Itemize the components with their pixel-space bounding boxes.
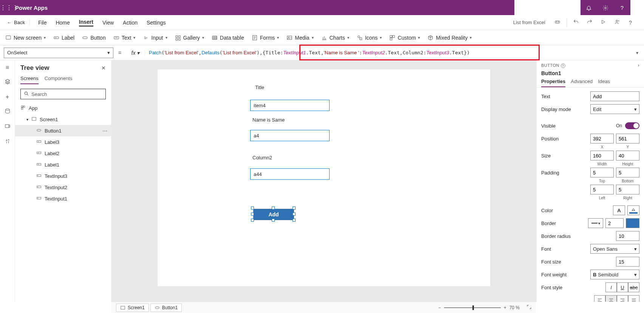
prop-radius-input[interactable] <box>616 231 639 241</box>
tab-advanced[interactable]: Advanced <box>571 79 593 87</box>
tree-item-textinput1[interactable]: TextInput1 <box>15 193 111 204</box>
fill-color-swatch[interactable] <box>627 205 639 215</box>
ribbon-gallery-text: Gallery <box>183 35 200 41</box>
chevron-right-icon[interactable]: › <box>638 63 640 68</box>
prop-text-input[interactable] <box>590 91 639 101</box>
ribbon-custom[interactable]: Custom▾ <box>389 35 420 41</box>
close-icon[interactable]: ✕ <box>101 65 106 71</box>
align-left-button[interactable] <box>594 295 605 302</box>
menu-view[interactable]: View <box>102 20 114 26</box>
menu-action[interactable]: Action <box>123 20 138 26</box>
strikethrough-button[interactable]: abc <box>628 282 639 292</box>
more-icon[interactable]: ⋯ <box>102 128 107 134</box>
plus-icon[interactable]: + <box>6 94 9 100</box>
align-justify-button[interactable] <box>628 295 639 302</box>
ribbon-mixed-reality[interactable]: Mixed Reality▾ <box>427 35 472 41</box>
ribbon-icons[interactable]: Icons▾ <box>357 35 382 41</box>
share-icon[interactable] <box>610 19 624 26</box>
prop-pad-top[interactable] <box>590 168 614 177</box>
formula-input[interactable]: Patch('List from Excel',Defaults('List f… <box>145 50 630 56</box>
play-icon[interactable] <box>596 19 610 26</box>
tree-item-textinput3[interactable]: TextInput3 <box>15 170 111 182</box>
zoom-in-icon[interactable]: + <box>504 305 506 310</box>
border-color-swatch[interactable] <box>626 218 639 228</box>
layers-icon[interactable] <box>5 79 11 86</box>
border-width-input[interactable] <box>605 218 624 228</box>
prop-pos-x[interactable] <box>590 134 614 143</box>
prop-pad-right[interactable] <box>616 185 639 194</box>
ribbon-forms[interactable]: Forms▾ <box>252 35 279 41</box>
search-input[interactable]: Search <box>20 89 106 99</box>
fullscreen-icon[interactable] <box>526 304 532 311</box>
breadcrumb-screen[interactable]: Screen1 <box>116 304 149 312</box>
hamburger-icon[interactable]: ≡ <box>6 64 9 71</box>
menu-file[interactable]: File <box>38 20 47 26</box>
tab-components[interactable]: Components <box>45 76 73 84</box>
ribbon-media[interactable]: Media▾ <box>286 35 313 41</box>
bell-icon[interactable] <box>581 4 597 11</box>
tree-item-screen1[interactable]: ▾ Screen1 <box>15 114 111 125</box>
menu-home[interactable]: Home <box>56 20 70 26</box>
ribbon-datatable[interactable]: Data table <box>212 35 244 41</box>
vr-headset-icon[interactable] <box>551 19 564 26</box>
ribbon-gallery[interactable]: Gallery▾ <box>175 35 204 41</box>
tab-properties[interactable]: Properties <box>541 79 565 87</box>
menu-settings[interactable]: Settings <box>147 20 166 26</box>
zoom-slider[interactable] <box>444 307 501 308</box>
underline-button[interactable]: U <box>617 282 628 292</box>
text-input-name[interactable] <box>250 130 330 141</box>
text-input-title[interactable] <box>250 100 330 111</box>
info-icon[interactable]: ? <box>561 63 565 68</box>
redo-icon[interactable] <box>583 19 596 26</box>
prop-displaymode-select[interactable]: Edit▾ <box>590 104 639 114</box>
align-center-button[interactable] <box>605 295 617 302</box>
tree-item-label1[interactable]: Label1 <box>15 159 111 170</box>
ribbon-label[interactable]: Label <box>53 35 74 41</box>
tree-item-app[interactable]: App <box>15 102 111 114</box>
text-input-column2[interactable] <box>250 168 330 180</box>
prop-pad-left[interactable] <box>590 185 614 194</box>
screen-surface[interactable]: Title Name is Same Column2 Add <box>158 69 490 286</box>
prop-font-select[interactable]: Open Sans▾ <box>590 244 639 254</box>
tab-ideas[interactable]: Ideas <box>598 79 610 87</box>
ribbon-charts[interactable]: Charts▾ <box>321 35 349 41</box>
tree-item-label2[interactable]: Label2 <box>15 148 111 159</box>
italic-button[interactable]: I <box>605 282 617 292</box>
ribbon-text[interactable]: Text▾ <box>113 35 136 41</box>
align-right-button[interactable] <box>617 295 628 302</box>
ribbon-new-screen[interactable]: New screen▾ <box>5 35 46 41</box>
tools-icon[interactable] <box>5 138 11 146</box>
mr-icon <box>427 35 433 41</box>
tree-item-textinput2[interactable]: TextInput2 <box>15 182 111 193</box>
ribbon-input[interactable]: Input▾ <box>143 35 167 41</box>
border-style-select[interactable]: ▾ <box>588 218 603 228</box>
menu-insert[interactable]: Insert <box>79 19 93 26</box>
menu-help-icon[interactable]: ? <box>624 19 637 26</box>
tab-screens[interactable]: Screens <box>20 76 39 84</box>
undo-icon[interactable] <box>569 19 583 26</box>
tree-item-label3[interactable]: Label3 <box>15 136 111 148</box>
help-icon[interactable]: ? <box>614 5 630 11</box>
property-selector[interactable]: OnSelect ▾ <box>4 48 113 58</box>
prop-pos-y[interactable] <box>616 134 639 143</box>
prop-fontsize-input[interactable] <box>616 257 639 267</box>
form-label-name: Name is Same <box>252 117 285 123</box>
back-button[interactable]: ← Back <box>7 20 30 25</box>
expand-formula-icon[interactable]: ▾ <box>630 50 644 56</box>
tree-item-button1[interactable]: Button1 ⋯ <box>15 125 111 136</box>
prop-size-w[interactable] <box>590 151 614 160</box>
ribbon-button[interactable]: Button <box>82 35 105 41</box>
breadcrumb-element[interactable]: ›Button1 <box>150 304 182 312</box>
fx-icon[interactable]: fx▾ <box>126 50 145 56</box>
prop-pad-bottom[interactable] <box>616 168 639 177</box>
zoom-out-icon[interactable]: − <box>438 305 441 310</box>
waffle-icon[interactable]: ⋮⋮⋮ <box>0 4 15 11</box>
prop-fontweight-select[interactable]: B Semibold▾ <box>590 270 639 279</box>
app-name-label[interactable]: List from Excel <box>513 20 545 25</box>
prop-visible-toggle[interactable] <box>625 122 639 129</box>
prop-size-h[interactable] <box>616 151 639 160</box>
database-icon[interactable] <box>5 108 11 116</box>
media-rail-icon[interactable] <box>5 123 11 131</box>
gear-icon[interactable] <box>597 4 614 11</box>
text-color-swatch[interactable]: A <box>613 205 625 215</box>
